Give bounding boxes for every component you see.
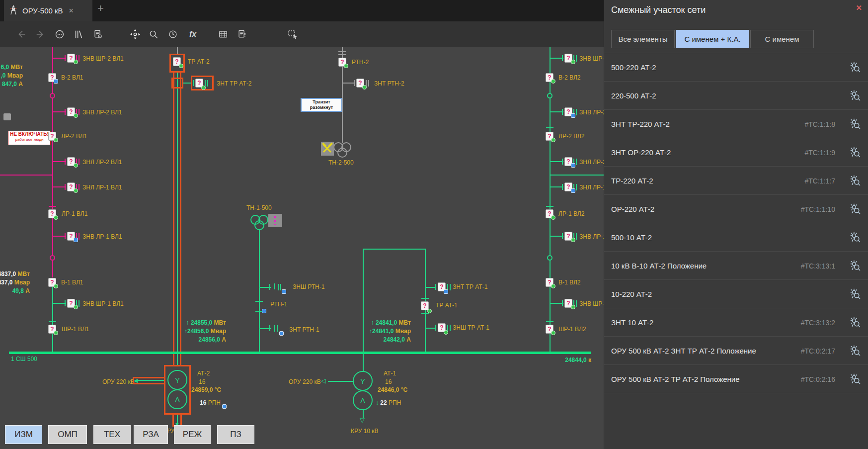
history-clock-icon[interactable] <box>167 28 179 40</box>
status-dot-blue <box>571 188 575 193</box>
disconnector-tick <box>65 159 66 165</box>
at1-winding-delta[interactable]: Δ <box>353 390 373 410</box>
list-item-tag: #ТС:1:1:9 <box>805 149 835 157</box>
list-item[interactable]: 220-500 АТ-2 <box>604 82 868 110</box>
adjacent-network-panel: Смежный участок сети ✕ Все элементы С им… <box>604 0 868 449</box>
at1-link-line <box>328 381 353 382</box>
list-item[interactable]: ОРУ 500 кВ АТ-2 ЗНТ ТР АТ-2 Положение#ТС… <box>604 337 868 365</box>
status-dot-green <box>54 215 58 220</box>
breaker-symbol[interactable] <box>547 93 552 98</box>
label-znv-shr1-vl1: ЗНВ ШР-1 ВЛ1 <box>82 301 124 307</box>
tab-close-icon[interactable]: ✕ <box>69 7 74 14</box>
branch-line <box>52 161 66 162</box>
line-grey <box>177 47 178 54</box>
breaker-symbol[interactable] <box>50 93 55 98</box>
mode-button-izm[interactable]: ИЗМ <box>5 425 42 444</box>
document-report-icon[interactable] <box>236 28 248 40</box>
mode-button-rza[interactable]: РЗА <box>134 425 168 444</box>
scheme-search-icon[interactable] <box>849 372 862 385</box>
list-item[interactable]: ТР-220 АТ-2#ТС:1:1:7 <box>604 167 868 195</box>
back-icon[interactable] <box>15 28 27 40</box>
label-znv-lr1-vl2: ЗНВ ЛР-1 <box>579 234 604 240</box>
tab-bar: ОРУ-500 кВ ✕ + <box>0 0 604 21</box>
scheme-search-icon[interactable] <box>849 344 862 357</box>
disconnector-tick <box>65 300 66 306</box>
filter-named-plus-ka[interactable]: С именем + К.А. <box>676 30 749 48</box>
status-dot-green <box>344 64 348 68</box>
scheme-search-icon[interactable] <box>849 316 862 329</box>
scheme-search-icon[interactable] <box>849 61 862 74</box>
list-item[interactable]: 500-10 АТ-2 <box>604 223 868 252</box>
at2-winding-y[interactable]: Y <box>167 370 187 390</box>
breaker-symbol[interactable] <box>50 255 55 261</box>
mode-button-omp[interactable]: ОМП <box>48 425 87 444</box>
disconnector-tick <box>354 80 355 86</box>
line-to-panel-edge <box>550 175 604 176</box>
list-item[interactable]: ЗНТ ТР-220 АТ-2#ТС:1:1:8 <box>604 110 868 138</box>
select-region-icon[interactable] <box>287 28 299 40</box>
scheme-search-icon[interactable] <box>849 231 862 244</box>
disconnector-tick <box>562 159 563 165</box>
list-item[interactable]: ЗНТ 10 АТ-2#ТС:3:13:2 <box>604 308 868 337</box>
panel-close-icon[interactable]: ✕ <box>856 3 862 12</box>
branch-line <box>425 287 436 288</box>
note-icon[interactable] <box>3 113 11 120</box>
mode-button-teh[interactable]: ТЕХ <box>93 425 131 444</box>
branch-line <box>52 236 66 237</box>
scheme-search-icon[interactable] <box>849 146 862 159</box>
status-dot-green <box>74 113 78 118</box>
filter-all-elements[interactable]: Все элементы <box>611 30 675 48</box>
scheme-search-icon[interactable] <box>849 202 862 215</box>
scheme-search-icon[interactable] <box>849 287 862 300</box>
mode-button-pz[interactable]: ПЗ <box>217 425 254 444</box>
filter-named[interactable]: С именем <box>750 30 814 48</box>
list-item[interactable]: 10 кВ В-10 АТ-2 Положение#ТС:3:13:1 <box>604 252 868 280</box>
document-settings-icon[interactable] <box>92 28 104 40</box>
more-options-icon[interactable] <box>54 28 66 40</box>
table-icon[interactable] <box>217 28 229 40</box>
at1-tap-value: 16 <box>385 379 392 385</box>
list-item-label: ОРУ 500 кВ АТ-2 ЗНТ ТР АТ-2 Положение <box>611 347 756 355</box>
at1-line <box>363 353 364 371</box>
at2-winding-delta[interactable]: Δ <box>167 389 187 409</box>
list-item[interactable]: ОР-220 АТ-2#ТС:1:1:10 <box>604 195 868 223</box>
label-at1-oru220[interactable]: ОРУ 220 кВ <box>289 379 321 385</box>
label-znsh-tr-at1: ЗНШ ТР АТ-1 <box>453 325 489 331</box>
scheme-search-icon[interactable] <box>849 89 862 102</box>
list-item[interactable]: ЗНТ ОР-220 АТ-2#ТС:1:1:9 <box>604 138 868 167</box>
status-dot-green <box>74 305 78 309</box>
list-item-label: ОРУ 500 кВ АТ-2 ТР АТ-2 Положение <box>611 375 740 383</box>
new-tab-button[interactable]: + <box>97 3 104 14</box>
pan-move-icon[interactable] <box>129 28 141 40</box>
label-at2-oru220[interactable]: ОРУ 220 кВ <box>102 379 135 385</box>
disconnector-tick <box>421 298 429 299</box>
tn2-transformer-circle[interactable] <box>337 148 347 158</box>
status-dot-green <box>74 163 78 168</box>
scheme-search-icon[interactable] <box>849 259 862 272</box>
mode-button-rezh[interactable]: РЕЖ <box>174 425 211 444</box>
scheme-search-icon[interactable] <box>849 117 862 130</box>
disconnector-tick <box>562 300 563 306</box>
transit-line1: Транзит <box>313 99 330 105</box>
tn1-transformer-circle[interactable] <box>254 220 264 230</box>
layers-list-icon[interactable] <box>73 28 84 40</box>
label-v2-vl2: В-2 ВЛ2 <box>558 75 580 81</box>
at1-winding-y[interactable]: Y <box>353 371 373 391</box>
forward-icon[interactable] <box>34 28 46 40</box>
scheme-search-icon[interactable] <box>849 174 862 187</box>
list-item[interactable]: ОРУ 500 кВ АТ-2 ТР АТ-2 Положение#ТС:0:2… <box>604 365 868 393</box>
disconnector-tick <box>546 321 553 322</box>
label-at2-ru[interactable]: РУ <box>167 428 174 434</box>
list-item[interactable]: 10-220 АТ-2 <box>604 280 868 308</box>
breaker-symbol[interactable] <box>547 255 552 261</box>
branch-line <box>550 186 563 187</box>
at1-loop-line <box>425 249 426 353</box>
diagram-area: ОРУ-500 кВ ✕ + fx ? ЗНВ ШР-2 ВЛ1 ? В-2 В… <box>0 0 604 449</box>
status-dot-green <box>54 284 58 288</box>
tab-oru-500[interactable]: ОРУ-500 кВ ✕ <box>4 0 92 21</box>
label-at1-kru10[interactable]: КРУ 10 кВ <box>351 428 379 434</box>
list-item[interactable]: 500-220 АТ-2 <box>604 53 868 82</box>
disconnector-tick <box>65 55 66 61</box>
formula-fx-icon[interactable]: fx <box>187 28 199 40</box>
search-zoom-icon[interactable] <box>148 28 159 40</box>
